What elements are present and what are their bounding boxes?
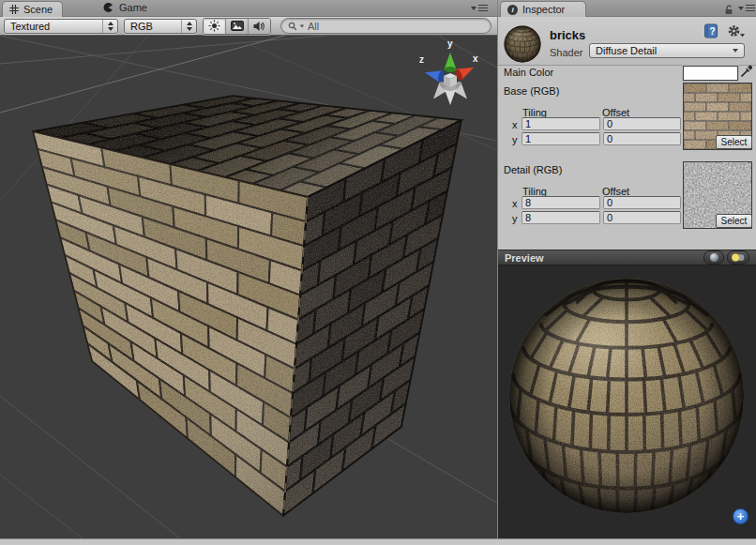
inspector-panel: i Inspector bricks Shader Diffuse Detail… bbox=[498, 0, 756, 538]
info-icon: i bbox=[507, 5, 518, 15]
help-icon[interactable]: ? bbox=[703, 23, 719, 39]
search-input[interactable] bbox=[308, 21, 484, 32]
dropdown-arrows-icon bbox=[181, 20, 196, 33]
svg-text:?: ? bbox=[709, 26, 715, 37]
tab-inspector[interactable]: i Inspector bbox=[500, 1, 586, 17]
sphere-icon bbox=[709, 252, 719, 263]
search-filter-arrow-icon bbox=[300, 24, 305, 27]
preview-model-button[interactable] bbox=[703, 250, 724, 265]
scene-fx-toggle-button[interactable] bbox=[226, 19, 249, 34]
main-color-label: Main Color bbox=[504, 67, 553, 78]
detail-y-label: y bbox=[512, 213, 518, 224]
inspector-tab-menu-icon[interactable] bbox=[738, 5, 755, 11]
tab-inspector-label: Inspector bbox=[522, 4, 565, 15]
detail-texture-select-button[interactable]: Select bbox=[716, 214, 752, 228]
gear-menu-icon[interactable] bbox=[727, 23, 746, 39]
search-icon bbox=[288, 22, 296, 31]
base-section-label: Base (RGB) bbox=[504, 85, 559, 97]
gizmo-y-label: y bbox=[447, 38, 453, 49]
tab-game-label: Game bbox=[119, 2, 147, 13]
sun-icon bbox=[208, 20, 220, 32]
status-strip bbox=[0, 538, 756, 545]
detail-tiling-y-field[interactable] bbox=[522, 211, 600, 224]
gizmo-z-label: z bbox=[419, 54, 424, 65]
channels-value: RGB bbox=[130, 21, 153, 32]
material-preview-thumbnail[interactable] bbox=[503, 24, 542, 64]
tab-scene-label: Scene bbox=[23, 4, 53, 15]
preview-sphere-canvas[interactable] bbox=[498, 265, 756, 538]
draw-mode-dropdown[interactable]: Textured bbox=[4, 19, 118, 34]
audio-toggle-button[interactable] bbox=[249, 19, 270, 34]
orientation-gizmo[interactable]: y x z bbox=[411, 36, 490, 113]
base-x-label: x bbox=[512, 119, 518, 130]
main-color-swatch[interactable] bbox=[683, 66, 738, 81]
preview-title: Preview bbox=[505, 252, 544, 264]
preview-zoom-button[interactable]: + bbox=[733, 508, 748, 524]
tab-scene[interactable]: Scene bbox=[2, 1, 63, 17]
dropdown-arrows-icon bbox=[102, 20, 117, 33]
detail-tiling-x-field[interactable] bbox=[522, 196, 600, 209]
preview-header: Preview bbox=[498, 250, 756, 265]
lighting-icon bbox=[731, 252, 746, 263]
scene-tab-menu-icon[interactable] bbox=[471, 5, 488, 11]
preview-area[interactable]: + bbox=[498, 265, 756, 538]
game-icon bbox=[103, 2, 114, 13]
scene-tabbar: Scene Game bbox=[0, 0, 497, 17]
detail-offset-y-field[interactable] bbox=[603, 211, 681, 224]
base-texture-select-button[interactable]: Select bbox=[716, 135, 752, 149]
detail-section-label: Detail (RGB) bbox=[504, 164, 562, 175]
speaker-icon bbox=[253, 21, 265, 32]
tab-game[interactable]: Game bbox=[103, 2, 147, 13]
channels-dropdown[interactable]: RGB bbox=[124, 19, 197, 34]
shader-value: Diffuse Detail bbox=[596, 45, 657, 56]
preview-lighting-button[interactable] bbox=[727, 250, 749, 265]
base-y-label: y bbox=[512, 134, 518, 145]
scene-viewport[interactable]: y x z bbox=[0, 36, 497, 538]
lighting-toggle-button[interactable] bbox=[204, 19, 226, 34]
eyedropper-icon[interactable] bbox=[740, 64, 754, 78]
base-offset-y-field[interactable] bbox=[603, 132, 681, 145]
lock-icon[interactable] bbox=[723, 4, 734, 15]
search-field[interactable] bbox=[280, 18, 491, 34]
base-tiling-x-field[interactable] bbox=[522, 117, 600, 130]
inspector-tabbar: i Inspector bbox=[498, 0, 756, 17]
image-icon bbox=[231, 21, 244, 31]
material-name: bricks bbox=[550, 28, 585, 42]
shader-dropdown[interactable]: Diffuse Detail bbox=[589, 43, 745, 58]
detail-offset-x-field[interactable] bbox=[603, 196, 681, 209]
shader-field-label: Shader bbox=[550, 47, 582, 58]
grid-icon bbox=[9, 5, 19, 14]
detail-x-label: x bbox=[512, 198, 518, 209]
gizmo-x-label: x bbox=[473, 53, 478, 64]
scene-panel: Scene Game Textured RGB bbox=[0, 0, 497, 538]
base-offset-x-field[interactable] bbox=[603, 117, 681, 130]
draw-mode-value: Textured bbox=[10, 21, 50, 32]
scene-toggle-group bbox=[203, 18, 271, 35]
base-tiling-y-field[interactable] bbox=[522, 132, 600, 145]
scene-toolbar: Textured RGB bbox=[0, 17, 497, 36]
